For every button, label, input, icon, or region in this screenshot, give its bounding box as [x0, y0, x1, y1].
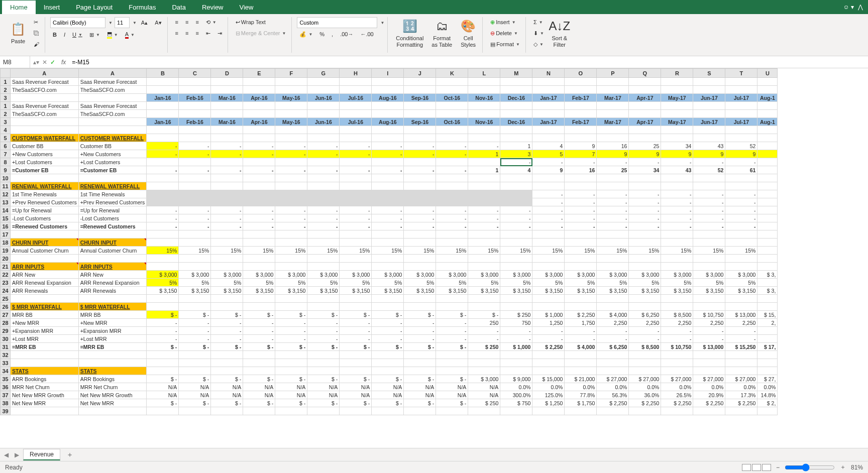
cell[interactable]: [500, 126, 532, 134]
cell[interactable]: 5%: [565, 279, 597, 287]
cell[interactable]: [243, 303, 275, 311]
cell[interactable]: -: [243, 142, 275, 150]
cell[interactable]: 15%: [179, 247, 211, 255]
format-painter-button[interactable]: 🖌: [31, 39, 42, 49]
row-header[interactable]: 16: [1, 222, 11, 230]
cell[interactable]: [532, 174, 565, 182]
cell[interactable]: [372, 102, 404, 110]
cell[interactable]: $ 9,000: [500, 375, 532, 383]
cell[interactable]: [372, 239, 404, 247]
cell[interactable]: [211, 407, 243, 415]
cell[interactable]: [725, 78, 757, 86]
cell[interactable]: [404, 78, 436, 86]
cell[interactable]: N/A: [404, 391, 436, 399]
cell[interactable]: 15%: [629, 247, 661, 255]
cell[interactable]: $ 4,000: [565, 343, 597, 351]
align-left-button[interactable]: ≡: [173, 28, 181, 38]
cell[interactable]: $ 6,250: [629, 311, 661, 319]
cell[interactable]: 15%: [243, 247, 275, 255]
row-header[interactable]: 20: [1, 255, 11, 263]
cell[interactable]: 56.3%: [597, 391, 629, 399]
cell[interactable]: [500, 174, 532, 182]
cell[interactable]: [404, 158, 436, 166]
cell[interactable]: [532, 110, 565, 118]
cell[interactable]: [500, 190, 532, 198]
cell[interactable]: -: [565, 222, 597, 230]
cell[interactable]: [532, 86, 565, 94]
cell[interactable]: [436, 86, 468, 94]
cell[interactable]: -: [340, 206, 372, 214]
cell[interactable]: [307, 182, 340, 190]
orientation-button[interactable]: ⟲▼: [203, 17, 219, 27]
cell[interactable]: [179, 158, 211, 166]
cell[interactable]: [404, 198, 436, 206]
cell[interactable]: $ 3,000: [693, 271, 725, 279]
col-header[interactable]: C: [179, 69, 211, 78]
cell[interactable]: 34: [661, 142, 693, 150]
cell[interactable]: $ -: [275, 375, 307, 383]
cell[interactable]: -: [275, 166, 307, 174]
cell[interactable]: [307, 255, 340, 263]
cell[interactable]: Saas Revenue Forecast: [11, 102, 79, 110]
fx-icon[interactable]: fx: [58, 59, 69, 66]
cell[interactable]: 250: [468, 319, 500, 327]
cell[interactable]: -: [307, 166, 340, 174]
cell[interactable]: -: [693, 158, 725, 166]
cell[interactable]: [147, 255, 179, 263]
cell[interactable]: $ -: [436, 375, 468, 383]
cell[interactable]: -: [179, 222, 211, 230]
cell[interactable]: $ -: [340, 343, 372, 351]
cell[interactable]: -: [372, 319, 404, 327]
cell[interactable]: -: [532, 190, 565, 198]
cell[interactable]: -: [629, 335, 661, 343]
cell[interactable]: [275, 407, 307, 415]
cell[interactable]: $ -: [243, 399, 275, 407]
cell[interactable]: [565, 239, 597, 247]
cell[interactable]: [243, 110, 275, 118]
cell[interactable]: $ 3,150: [468, 287, 500, 295]
row-header[interactable]: 23: [1, 279, 11, 287]
cell[interactable]: 5%: [436, 279, 468, 287]
bold-button[interactable]: B: [50, 30, 59, 40]
cell[interactable]: [629, 407, 661, 415]
cell[interactable]: [404, 174, 436, 182]
cell[interactable]: [78, 174, 147, 182]
cell[interactable]: [565, 407, 597, 415]
cell[interactable]: [404, 351, 436, 359]
cell[interactable]: [757, 158, 778, 166]
cell[interactable]: [629, 359, 661, 367]
cell[interactable]: Net New MRR: [78, 399, 147, 407]
cell[interactable]: Jan-17: [532, 118, 565, 126]
cell[interactable]: -: [597, 190, 629, 198]
cell[interactable]: [372, 263, 404, 271]
cell[interactable]: [372, 158, 404, 166]
cell[interactable]: [468, 359, 500, 367]
cell[interactable]: [275, 174, 307, 182]
cell[interactable]: [629, 351, 661, 359]
cell[interactable]: $ -: [404, 311, 436, 319]
cell[interactable]: [757, 190, 778, 198]
cell[interactable]: -: [436, 150, 468, 158]
cell[interactable]: Dec-16: [500, 94, 532, 102]
cell[interactable]: $ 27,000: [597, 375, 629, 383]
cell[interactable]: [179, 102, 211, 110]
cell[interactable]: 1st Time Renewals: [11, 190, 79, 198]
cell[interactable]: -: [147, 327, 179, 335]
cell[interactable]: 2,250: [693, 319, 725, 327]
cell[interactable]: [725, 295, 757, 303]
cell[interactable]: Sep-16: [404, 118, 436, 126]
cell[interactable]: N/A: [243, 383, 275, 391]
cell[interactable]: [532, 102, 565, 110]
cell[interactable]: -: [661, 190, 693, 198]
cell[interactable]: -: [147, 166, 179, 174]
cell[interactable]: [275, 255, 307, 263]
cell[interactable]: [372, 230, 404, 239]
cell[interactable]: -: [179, 206, 211, 214]
cell[interactable]: 9: [693, 150, 725, 158]
cell[interactable]: [243, 102, 275, 110]
cell[interactable]: $ 3,150: [500, 287, 532, 295]
tab-page-layout[interactable]: Page Layout: [68, 1, 121, 14]
cell[interactable]: [243, 359, 275, 367]
row-header[interactable]: 34: [1, 367, 11, 375]
row-header[interactable]: 5: [1, 134, 11, 142]
